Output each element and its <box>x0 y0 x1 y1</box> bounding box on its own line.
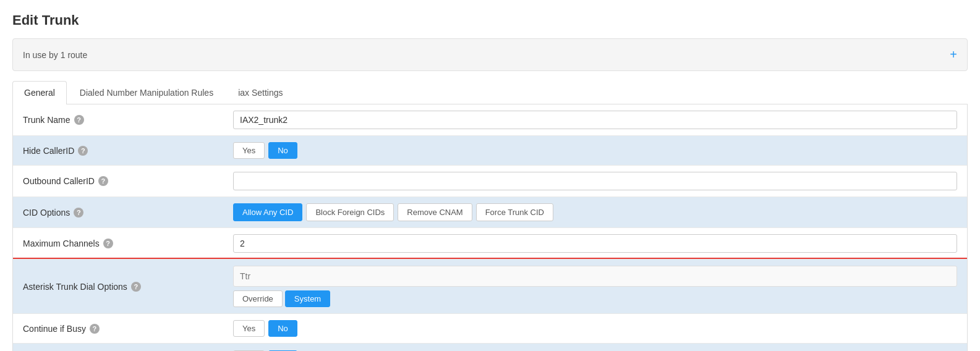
plus-icon[interactable]: + <box>950 48 957 62</box>
dial-options-buttons: Override System <box>233 290 957 307</box>
maximum-channels-field <box>233 234 957 253</box>
form-container: Trunk Name ? Hide CallerID ? Yes No Outb… <box>12 104 968 351</box>
trunk-name-help-icon[interactable]: ? <box>74 115 84 125</box>
tab-iax-settings[interactable]: iax Settings <box>226 81 294 104</box>
maximum-channels-input[interactable] <box>233 234 957 253</box>
continue-if-busy-no-button[interactable]: No <box>268 320 297 337</box>
asterisk-trunk-dial-options-field: Override System <box>233 266 957 307</box>
tab-general[interactable]: General <box>12 81 67 104</box>
asterisk-trunk-dial-options-label: Asterisk Trunk Dial Options ? <box>23 282 233 292</box>
cid-block-foreign-button[interactable]: Block Foreign CIDs <box>306 203 394 221</box>
dial-options-override-button[interactable]: Override <box>233 290 283 307</box>
maximum-channels-row: Maximum Channels ? <box>13 228 967 260</box>
cid-options-help-icon[interactable]: ? <box>74 208 83 218</box>
tabs: General Dialed Number Manipulation Rules… <box>12 81 968 104</box>
info-bar: In use by 1 route + <box>12 38 968 71</box>
cid-options-label: CID Options ? <box>23 208 233 218</box>
hide-callerid-row: Hide CallerID ? Yes No <box>13 136 967 166</box>
outbound-callerid-row: Outbound CallerID ? <box>13 166 967 197</box>
disable-trunk-row: Disable Trunk ? Yes No <box>13 344 967 351</box>
trunk-name-field <box>233 111 957 129</box>
maximum-channels-help-icon[interactable]: ? <box>103 239 113 248</box>
cid-allow-any-button[interactable]: Allow Any CID <box>233 203 302 221</box>
hide-callerid-no-button[interactable]: No <box>268 142 297 159</box>
tab-dialed-number-manipulation-rules[interactable]: Dialed Number Manipulation Rules <box>68 81 225 104</box>
maximum-channels-label: Maximum Channels ? <box>23 239 233 248</box>
hide-callerid-yes-button[interactable]: Yes <box>233 142 265 159</box>
continue-if-busy-field: Yes No <box>233 320 957 337</box>
hide-callerid-label: Hide CallerID ? <box>23 146 233 156</box>
dial-options-input[interactable] <box>233 266 957 287</box>
hide-callerid-field: Yes No <box>233 142 957 159</box>
info-bar-text: In use by 1 route <box>23 50 87 60</box>
red-underline <box>13 258 967 259</box>
cid-force-trunk-button[interactable]: Force Trunk CID <box>476 203 553 221</box>
cid-options-field: Allow Any CID Block Foreign CIDs Remove … <box>233 203 957 221</box>
dial-options-system-button[interactable]: System <box>285 290 330 307</box>
asterisk-trunk-dial-options-row: Asterisk Trunk Dial Options ? Override S… <box>13 260 967 314</box>
dial-options-container: Override System <box>233 266 957 307</box>
outbound-callerid-field <box>233 172 957 190</box>
outbound-callerid-help-icon[interactable]: ? <box>98 176 108 186</box>
continue-if-busy-help-icon[interactable]: ? <box>90 324 100 334</box>
cid-remove-cnam-button[interactable]: Remove CNAM <box>398 203 472 221</box>
hide-callerid-help-icon[interactable]: ? <box>78 146 88 156</box>
trunk-name-input[interactable] <box>233 111 957 129</box>
trunk-name-label: Trunk Name ? <box>23 115 233 125</box>
trunk-name-row: Trunk Name ? <box>13 104 967 136</box>
outbound-callerid-input[interactable] <box>233 172 957 190</box>
cid-options-row: CID Options ? Allow Any CID Block Foreig… <box>13 197 967 228</box>
continue-if-busy-yes-button[interactable]: Yes <box>233 320 265 337</box>
continue-if-busy-row: Continue if Busy ? Yes No <box>13 314 967 344</box>
continue-if-busy-label: Continue if Busy ? <box>23 324 233 334</box>
page-title: Edit Trunk <box>12 12 968 28</box>
asterisk-dial-help-icon[interactable]: ? <box>131 282 141 292</box>
outbound-callerid-label: Outbound CallerID ? <box>23 176 233 186</box>
